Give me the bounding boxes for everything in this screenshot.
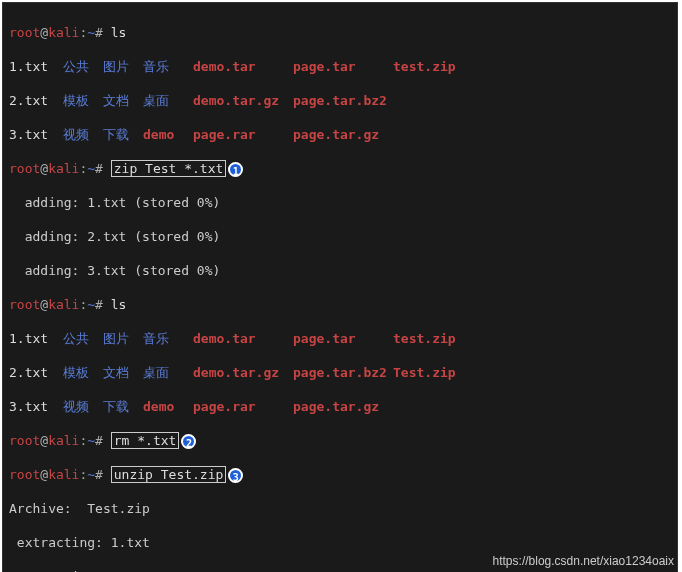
marker-3: 3 — [228, 468, 243, 483]
file: 2.txt — [9, 92, 63, 109]
folder: 视频 — [63, 398, 103, 415]
cmd-unzip[interactable]: unzip Test.zip — [111, 466, 227, 483]
file: 1.txt — [9, 330, 63, 347]
folder: 图片 — [103, 58, 143, 75]
archive: demo.tar — [193, 58, 293, 75]
marker-1: 1 — [228, 162, 243, 177]
file: 3.txt — [9, 126, 63, 143]
folder: 音乐 — [143, 330, 193, 347]
archive: page.tar — [293, 58, 393, 75]
folder: 音乐 — [143, 58, 193, 75]
terminal: root@kali:~# ls 1.txt公共图片音乐demo.tarpage.… — [2, 2, 678, 572]
prompt-user: root — [9, 25, 40, 40]
prompt-path: ~ — [87, 25, 95, 40]
archive: demo.tar.gz — [193, 364, 293, 381]
folder: 下载 — [103, 126, 143, 143]
folder: 桌面 — [143, 364, 193, 381]
archive: Test.zip — [393, 364, 473, 381]
folder: 模板 — [63, 364, 103, 381]
output-line: extracting: 1.txt — [9, 534, 671, 551]
folder: 公共 — [63, 330, 103, 347]
archive: page.tar.gz — [293, 398, 393, 415]
archive: page.tar.bz2 — [293, 92, 393, 109]
folder: 模板 — [63, 92, 103, 109]
output-line: adding: 2.txt (stored 0%) — [9, 228, 671, 245]
output-line: extracting: 2.txt — [9, 568, 671, 572]
archive: page.tar — [293, 330, 393, 347]
archive: page.rar — [193, 398, 293, 415]
archive: page.rar — [193, 126, 293, 143]
file: 1.txt — [9, 58, 63, 75]
output-line: adding: 1.txt (stored 0%) — [9, 194, 671, 211]
archive: page.tar.gz — [293, 126, 393, 143]
marker-2: 2 — [181, 434, 196, 449]
cmd-ls[interactable]: ls — [111, 25, 127, 40]
output-line: adding: 3.txt (stored 0%) — [9, 262, 671, 279]
folder: 下载 — [103, 398, 143, 415]
prompt-host: kali — [48, 25, 79, 40]
archive: page.tar.bz2 — [293, 364, 393, 381]
folder: 图片 — [103, 330, 143, 347]
cmd-rm[interactable]: rm *.txt — [111, 432, 180, 449]
archive: test.zip — [393, 330, 473, 347]
folder: 公共 — [63, 58, 103, 75]
watermark: https://blog.csdn.net/xiao1234oaix — [493, 554, 674, 568]
archive: demo — [143, 126, 193, 143]
cmd-ls[interactable]: ls — [111, 297, 127, 312]
archive: demo — [143, 398, 193, 415]
archive: demo.tar — [193, 330, 293, 347]
file: 2.txt — [9, 364, 63, 381]
folder: 视频 — [63, 126, 103, 143]
cmd-zip[interactable]: zip Test *.txt — [111, 160, 227, 177]
archive: test.zip — [393, 58, 473, 75]
folder: 文档 — [103, 364, 143, 381]
folder: 文档 — [103, 92, 143, 109]
output-line: Archive: Test.zip — [9, 500, 671, 517]
archive: demo.tar.gz — [193, 92, 293, 109]
file: 3.txt — [9, 398, 63, 415]
folder: 桌面 — [143, 92, 193, 109]
